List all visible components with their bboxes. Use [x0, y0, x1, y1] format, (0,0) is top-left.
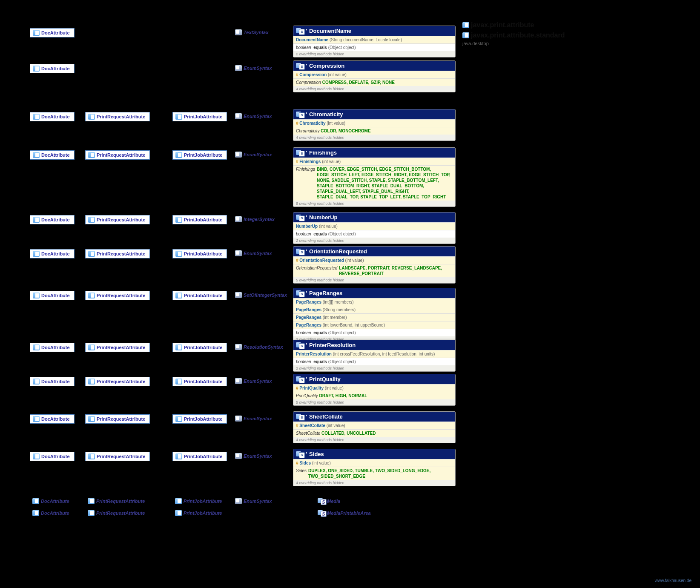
constructor-row: SheetCollate (int value): [293, 422, 455, 429]
card-title: DocumentName: [309, 28, 351, 34]
constructor-row: Sides (int value): [293, 459, 455, 467]
print-request-attribute-ghost[interactable]: PrintRequestAttribute: [85, 497, 149, 505]
class-icon: S: [296, 63, 304, 69]
package-text: javax.print.attribute.standard: [471, 32, 565, 39]
print-job-attribute-badge[interactable]: PrintJobAttribute: [172, 112, 227, 121]
print-request-attribute-badge[interactable]: PrintRequestAttribute: [85, 377, 150, 386]
constants-row: OrientationRequested LANDSCAPE, PORTRAIT…: [293, 264, 455, 277]
integer-syntax-badge[interactable]: IntegerSyntax: [232, 215, 279, 224]
enum-syntax-badge[interactable]: EnumSyntax: [232, 150, 276, 159]
constants-row: PrintQuality DRAFT, HIGH, NORMAL: [293, 392, 455, 399]
doc-attribute-badge[interactable]: DocAttribute: [30, 64, 75, 73]
print-job-attribute-ghost[interactable]: PrintJobAttribute: [172, 497, 226, 505]
print-request-attribute-badge[interactable]: PrintRequestAttribute: [85, 414, 150, 424]
class-icon: [235, 416, 242, 422]
print-job-attribute-badge[interactable]: PrintJobAttribute: [172, 150, 227, 160]
method-row: boolean equals (Object object): [293, 230, 455, 238]
constants-row: SheetCollate COLLATED, UNCOLLATED: [293, 429, 455, 437]
print-job-attribute-badge[interactable]: PrintJobAttribute: [172, 414, 227, 424]
card-title: PageRanges: [309, 290, 342, 296]
print-request-attribute-badge[interactable]: PrintRequestAttribute: [85, 249, 150, 258]
interface-icon: [33, 66, 40, 72]
card-header: S' OrientationRequested: [293, 247, 455, 256]
print-job-attribute-ghost[interactable]: PrintJobAttribute: [172, 509, 226, 517]
doc-attribute-badge[interactable]: DocAttribute: [30, 414, 75, 424]
print-job-attribute-badge[interactable]: PrintJobAttribute: [172, 249, 227, 258]
site-link[interactable]: www.falkhausen.de: [655, 578, 691, 583]
enum-syntax-badge[interactable]: EnumSyntax: [232, 414, 276, 423]
interface-icon: [175, 510, 182, 516]
enum-syntax-badge[interactable]: EnumSyntax: [232, 249, 276, 258]
print-job-attribute-badge[interactable]: PrintJobAttribute: [172, 377, 227, 386]
constructor-row: PageRanges (int[][] members): [293, 298, 455, 306]
resolution-syntax-badge[interactable]: ResolutionSyntax: [232, 343, 287, 351]
print-request-attribute-ghost[interactable]: PrintRequestAttribute: [85, 509, 149, 517]
class-icon: [235, 113, 242, 119]
class-icon: S: [318, 510, 325, 516]
interface-icon: [175, 498, 182, 504]
print-job-attribute-badge[interactable]: PrintJobAttribute: [172, 291, 227, 300]
doc-attribute-badge[interactable]: DocAttribute: [30, 249, 75, 258]
class-icon: [235, 453, 242, 459]
media-printable-area-ghost[interactable]: SMediaPrintableArea: [315, 509, 375, 517]
print-request-attribute-badge[interactable]: PrintRequestAttribute: [85, 291, 150, 300]
doc-attribute-badge[interactable]: DocAttribute: [30, 452, 75, 461]
doc-attribute-badge[interactable]: DocAttribute: [30, 112, 75, 121]
doc-attribute-badge[interactable]: DocAttribute: [30, 343, 75, 352]
method-row: boolean equals (Object object): [293, 358, 455, 365]
media-ghost[interactable]: SMedia: [315, 497, 344, 505]
constructor-row: PrinterResolution (int crossFeedResoluti…: [293, 350, 455, 358]
text-syntax-badge[interactable]: TextSyntax: [232, 28, 273, 37]
enum-syntax-ghost[interactable]: EnumSyntax: [232, 497, 276, 505]
card-header: S' NumberUp: [293, 212, 455, 222]
interface-icon: [175, 453, 182, 459]
enum-syntax-badge[interactable]: EnumSyntax: [232, 452, 276, 460]
class-icon: S: [296, 150, 304, 156]
set-of-integer-syntax-badge[interactable]: SetOfIntegerSyntax: [232, 291, 291, 299]
hidden-row: 4 overriding methods hidden: [293, 480, 455, 486]
doc-attribute-badge[interactable]: DocAttribute: [30, 377, 75, 386]
constructor-row: Finishings (int value): [293, 158, 455, 165]
print-quality-card: S' PrintQuality PrintQuality (int value)…: [293, 374, 456, 406]
interface-icon: [33, 114, 40, 120]
doc-attribute-ghost[interactable]: DocAttribute: [30, 497, 74, 505]
interface-icon: [33, 30, 40, 36]
sides-card: S' Sides Sides (int value) Sides DUPLEX,…: [293, 449, 456, 486]
class-icon: S: [318, 498, 325, 504]
card-header: S' SheetCollate: [293, 412, 455, 422]
class-icon: [235, 498, 242, 504]
interface-icon: [33, 217, 40, 223]
print-request-attribute-badge[interactable]: PrintRequestAttribute: [85, 112, 150, 121]
card-header: S' Finishings: [293, 148, 455, 158]
card-title: Chromaticity: [309, 111, 343, 118]
class-icon: S: [296, 414, 304, 420]
card-header: S' PrintQuality: [293, 374, 455, 384]
doc-attribute-ghost[interactable]: DocAttribute: [30, 509, 74, 517]
card-header: S' Sides: [293, 449, 455, 459]
interface-icon: [33, 344, 40, 350]
interface-icon: [88, 379, 95, 384]
doc-attribute-badge[interactable]: DocAttribute: [30, 215, 75, 224]
constructor-row: PageRanges (String members): [293, 306, 455, 313]
enum-syntax-badge[interactable]: EnumSyntax: [232, 112, 276, 120]
enum-syntax-badge[interactable]: EnumSyntax: [232, 64, 276, 72]
doc-attribute-badge[interactable]: DocAttribute: [30, 28, 75, 37]
hidden-row: 2 overriding methods hidden: [293, 51, 455, 57]
printer-resolution-card: S' PrinterResolution PrinterResolution (…: [293, 340, 456, 372]
interface-icon: [88, 217, 95, 223]
print-request-attribute-badge[interactable]: PrintRequestAttribute: [85, 215, 150, 224]
constants-row: Sides DUPLEX, ONE_SIDED, TUMBLE, TWO_SID…: [293, 467, 455, 480]
print-job-attribute-badge[interactable]: PrintJobAttribute: [172, 452, 227, 461]
doc-attribute-badge[interactable]: DocAttribute: [30, 291, 75, 300]
doc-attribute-badge[interactable]: DocAttribute: [30, 150, 75, 160]
print-request-attribute-badge[interactable]: PrintRequestAttribute: [85, 452, 150, 461]
class-icon: S: [296, 290, 304, 296]
card-header: S' DocumentName: [293, 26, 455, 36]
print-job-attribute-badge[interactable]: PrintJobAttribute: [172, 343, 227, 352]
hidden-row: 2 overriding methods hidden: [293, 365, 455, 371]
enum-syntax-badge[interactable]: EnumSyntax: [232, 377, 276, 385]
print-request-attribute-badge[interactable]: PrintRequestAttribute: [85, 343, 150, 352]
print-request-attribute-badge[interactable]: PrintRequestAttribute: [85, 150, 150, 160]
print-job-attribute-badge[interactable]: PrintJobAttribute: [172, 215, 227, 224]
class-icon: [235, 378, 242, 384]
